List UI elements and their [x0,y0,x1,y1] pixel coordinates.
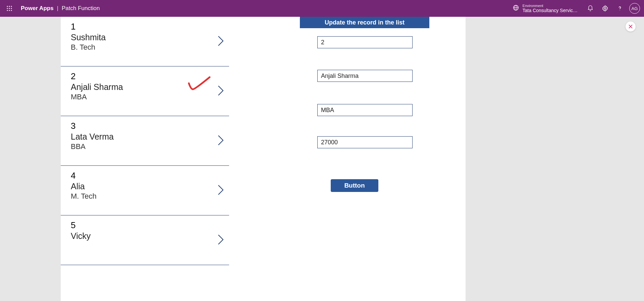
globe-icon [513,4,519,12]
app-name: Power Apps [21,5,54,12]
item-degree: BBA [71,142,219,151]
item-id: 5 [71,220,219,231]
title-separator: | [57,5,58,12]
user-avatar[interactable]: AG [629,3,640,14]
waffle-icon[interactable] [4,3,15,14]
item-degree: M. Tech [71,192,219,201]
form-title: Update the record in the list [300,17,429,28]
header-title: Power Apps | Patch Function [21,5,100,12]
svg-point-4 [9,8,10,9]
svg-point-8 [11,10,12,11]
name-field[interactable] [317,70,413,82]
item-name: Alia [71,182,219,191]
avatar-initials: AG [632,6,638,11]
item-id: 1 [71,21,219,32]
chevron-right-icon[interactable] [217,85,224,98]
chevron-right-icon[interactable] [217,134,224,148]
svg-point-3 [7,8,8,9]
svg-point-2 [11,6,12,7]
item-id: 3 [71,121,219,131]
edit-form-panel: Update the record in the list Button [229,17,466,301]
svg-point-0 [7,6,8,7]
item-degree: B. Tech [71,43,219,52]
svg-point-1 [9,6,10,7]
item-id: 2 [71,71,219,82]
help-button[interactable] [612,0,627,17]
settings-button[interactable] [598,0,612,17]
gallery-item[interactable]: 2Anjali SharmaMBA [61,66,229,116]
svg-point-5 [11,8,12,9]
salary-field[interactable] [317,136,413,148]
notifications-button[interactable] [583,0,598,17]
item-name: Anjali Sharma [71,82,219,92]
app-canvas: 1SushmitaB. Tech2Anjali SharmaMBA3Lata V… [61,17,466,301]
item-degree: MBA [71,93,219,101]
environment-picker[interactable]: Environment Tata Consultancy Servic… [513,4,578,13]
chevron-right-icon[interactable] [217,35,224,48]
env-label: Environment [523,4,578,8]
chevron-right-icon[interactable] [217,184,224,197]
page-name: Patch Function [62,5,100,12]
submit-button[interactable]: Button [331,179,378,192]
env-name: Tata Consultancy Servic… [523,8,578,13]
item-id: 4 [71,170,219,181]
gallery-item[interactable]: 1SushmitaB. Tech [61,17,229,66]
app-header: Power Apps | Patch Function Environment … [0,0,644,17]
gallery-item[interactable]: 4AliaM. Tech [61,166,229,215]
gallery-item[interactable]: 3Lata VermaBBA [61,116,229,166]
svg-point-6 [7,10,8,11]
gallery-container: 1SushmitaB. Tech2Anjali SharmaMBA3Lata V… [61,17,229,301]
close-preview-button[interactable] [626,21,636,32]
degree-field[interactable] [317,104,413,116]
svg-point-11 [604,8,606,9]
gallery-item[interactable]: 5Vicky [61,215,229,265]
svg-point-12 [620,10,620,10]
chevron-right-icon[interactable] [217,234,224,247]
id-field[interactable] [317,36,413,48]
record-gallery[interactable]: 1SushmitaB. Tech2Anjali SharmaMBA3Lata V… [61,17,229,301]
item-name: Vicky [71,231,219,241]
item-name: Lata Verma [71,132,219,142]
item-name: Sushmita [71,33,219,42]
svg-point-7 [9,10,10,11]
